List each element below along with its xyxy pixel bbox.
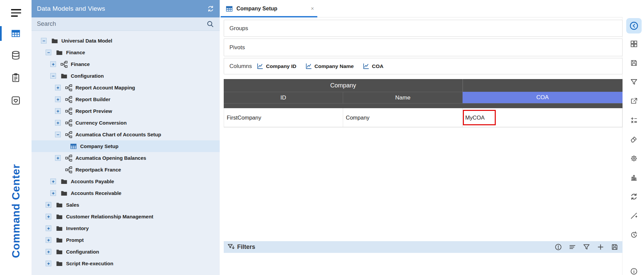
tree-item-configuration[interactable]: −Configuration: [32, 70, 220, 82]
tree-expander-plus-icon[interactable]: +: [50, 190, 56, 196]
column-chip-coa[interactable]: COA: [363, 63, 383, 70]
chart-line-icon: [305, 63, 312, 70]
tree-item-label: Script Re-execution: [66, 261, 113, 266]
sidebar-panel: Data Models and Views −Universal Data Mo…: [32, 0, 220, 275]
search-input[interactable]: [32, 17, 201, 30]
list-icon[interactable]: [569, 243, 576, 251]
tree-item-configuration[interactable]: +Configuration: [32, 246, 220, 258]
columns-dropzone[interactable]: Columns Company IDCompany NameCOA: [224, 58, 623, 74]
tree-expander-plus-icon[interactable]: +: [46, 202, 51, 208]
dashboard-icon[interactable]: [630, 40, 638, 48]
tree-expander-minus-icon[interactable]: −: [55, 132, 61, 137]
tree-item-customer-relationship-management[interactable]: +Customer Relationship Management: [32, 211, 220, 222]
tree-item-finance[interactable]: +Finance: [32, 58, 220, 70]
column-group-header-company[interactable]: Company: [224, 79, 463, 92]
column-chip-company-id[interactable]: Company ID: [257, 63, 296, 70]
database-icon: [11, 50, 21, 60]
tree-item-company-setup[interactable]: Company Setup: [32, 140, 220, 152]
menu-icon[interactable]: [11, 9, 21, 17]
tree-item-currency-conversion[interactable]: +Currency Conversion: [32, 117, 220, 129]
tree-item-reportpack-france[interactable]: Reportpack France: [32, 164, 220, 176]
refresh-icon[interactable]: [207, 5, 214, 12]
search-icon[interactable]: [206, 20, 214, 28]
tree-item-acumatica-chart-of-accounts-setup[interactable]: −Acumatica Chart of Accounts Setup: [32, 129, 220, 140]
tree-expander-plus-icon[interactable]: +: [55, 120, 61, 126]
tree-item-label: Accounts Payable: [71, 179, 114, 184]
folder-icon: [56, 225, 63, 232]
tree-item-sales[interactable]: +Sales: [32, 199, 220, 211]
tree-expander-minus-icon[interactable]: −: [41, 38, 47, 44]
tree-item-accounts-receivable[interactable]: +Accounts Receivable: [32, 187, 220, 199]
tree-item-finance[interactable]: −Finance: [32, 47, 220, 58]
rail-nav-scripts[interactable]: [0, 69, 32, 86]
tree-expander-plus-icon[interactable]: +: [55, 96, 61, 102]
wand-icon[interactable]: [630, 212, 638, 220]
tab-company-setup[interactable]: Company Setup ×: [221, 0, 317, 17]
tree-expander-plus-icon[interactable]: +: [55, 108, 61, 114]
tree-item-inventory[interactable]: +Inventory: [32, 222, 220, 234]
bar-chart-icon[interactable]: [630, 174, 638, 182]
tree-item-report-account-mapping[interactable]: +Report Account Mapping: [32, 82, 220, 93]
filters-bar[interactable]: Filters: [224, 241, 623, 253]
tree-item-label: Customer Relationship Management: [66, 214, 153, 219]
tree-expander-plus-icon[interactable]: +: [46, 237, 51, 243]
history-icon[interactable]: [630, 231, 638, 239]
groups-dropzone[interactable]: Groups: [224, 20, 623, 37]
search-bar: [32, 17, 220, 31]
rail-nav-database[interactable]: [0, 47, 32, 64]
funnel-icon[interactable]: [583, 243, 590, 251]
tree-expander-plus-icon[interactable]: +: [55, 155, 61, 161]
pivots-dropzone[interactable]: Pivots: [224, 39, 623, 56]
tree-expander-plus-icon[interactable]: +: [46, 225, 51, 231]
folder-icon: [56, 201, 63, 209]
rail-nav-favorites[interactable]: [0, 92, 32, 109]
highlighted-cell[interactable]: MyCOA: [463, 110, 496, 125]
save-icon[interactable]: [611, 243, 619, 251]
alert-icon[interactable]: [554, 243, 562, 251]
funnel-icon[interactable]: [630, 78, 638, 86]
tree-expander-plus-icon[interactable]: +: [50, 179, 56, 184]
tree-item-report-preview[interactable]: +Report Preview: [32, 105, 220, 117]
column-header-coa[interactable]: COA: [463, 92, 623, 103]
refresh-icon[interactable]: [630, 193, 638, 201]
tree-expander-plus-icon[interactable]: +: [46, 214, 51, 219]
tree-item-report-builder[interactable]: +Report Builder: [32, 93, 220, 105]
tree-expander-plus-icon[interactable]: +: [46, 261, 51, 266]
table-icon: [225, 5, 233, 13]
tree-item-universal-data-model[interactable]: −Universal Data Model: [32, 35, 220, 47]
tree-item-label: Acumatica Chart of Accounts Setup: [75, 132, 161, 137]
tree-expander-minus-icon[interactable]: −: [50, 73, 56, 79]
groups-label: Groups: [229, 25, 248, 32]
cell-company-name[interactable]: Company: [343, 108, 463, 127]
plus-icon[interactable]: [597, 243, 604, 251]
operations-icon[interactable]: [630, 116, 638, 124]
gear-icon[interactable]: [630, 154, 638, 162]
tree-item-label: Acumatica Opening Balances: [75, 155, 146, 161]
save-icon[interactable]: [630, 59, 638, 67]
tree-item-acumatica-opening-balances[interactable]: +Acumatica Opening Balances: [32, 152, 220, 164]
folder-icon: [56, 236, 63, 244]
eraser-icon[interactable]: [630, 135, 638, 143]
cell-company-id[interactable]: FirstCompany: [224, 108, 343, 127]
tree-expander-plus-icon[interactable]: +: [50, 61, 56, 67]
table-row[interactable]: FirstCompany Company MyCOA: [224, 108, 623, 127]
tree-item-accounts-payable[interactable]: +Accounts Payable: [32, 176, 220, 187]
rail-nav-data-models[interactable]: [0, 25, 32, 42]
clipboard-icon: [11, 73, 21, 83]
close-icon[interactable]: ×: [311, 6, 314, 11]
tree-expander-minus-icon[interactable]: −: [46, 50, 51, 55]
column-header-name[interactable]: Name: [343, 92, 463, 103]
export-icon[interactable]: [630, 97, 638, 105]
column-chip-company-name[interactable]: Company Name: [305, 63, 354, 70]
collapse-panel-button[interactable]: [626, 18, 642, 33]
tree-expander-plus-icon[interactable]: +: [55, 85, 61, 90]
tree-item-prompt[interactable]: +Prompt: [32, 234, 220, 246]
column-header-id[interactable]: ID: [224, 92, 343, 103]
info-icon[interactable]: [630, 267, 638, 275]
folder-icon: [60, 178, 68, 185]
main-content: Company Setup × Groups Pivots Columns Co…: [220, 0, 623, 275]
tree-expander-plus-icon[interactable]: +: [46, 249, 51, 255]
sidebar-title: Data Models and Views: [37, 5, 105, 12]
cell-coa[interactable]: MyCOA: [463, 108, 623, 127]
tree-item-script-re-execution[interactable]: +Script Re-execution: [32, 258, 220, 269]
